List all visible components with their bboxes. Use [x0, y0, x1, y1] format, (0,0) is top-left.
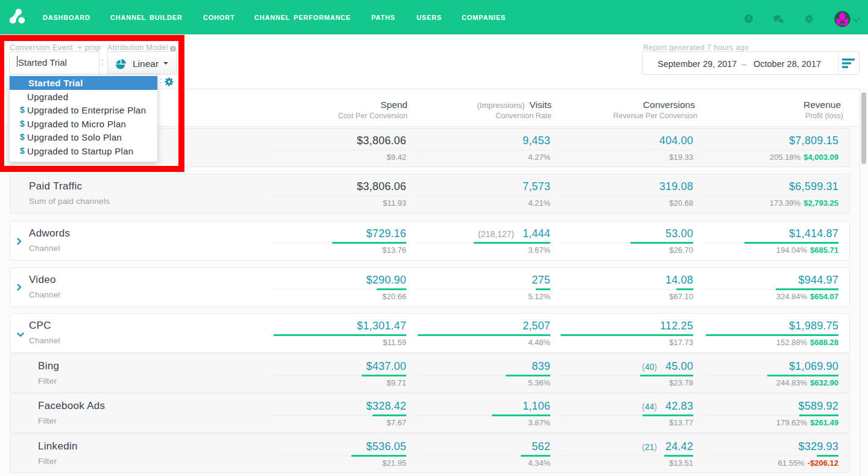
svg-text:?: ?: [747, 16, 750, 22]
